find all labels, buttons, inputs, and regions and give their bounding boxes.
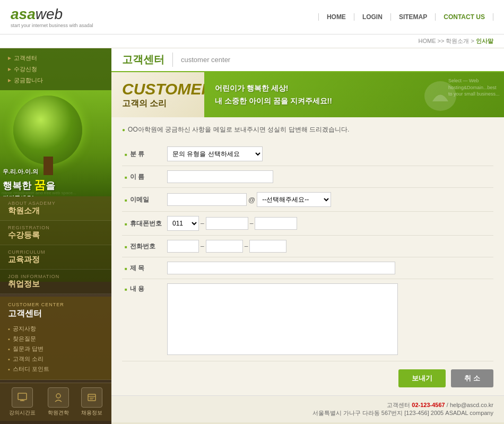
phone-last-input[interactable] xyxy=(249,240,286,253)
subject-label: 제 목 xyxy=(122,257,164,279)
sidebar: 고객센터 수강신청 궁금합니다 우.리.아.이.의 행복한 꿈을 지켜주세요! … xyxy=(0,48,111,424)
phone-group: – – xyxy=(167,240,491,253)
phone-sep3: – xyxy=(201,243,204,250)
breadcrumb-home[interactable]: HOME xyxy=(418,38,436,44)
phone-sep2: – xyxy=(250,220,254,227)
sidebar-curr-title[interactable]: 교육과정 xyxy=(8,255,103,265)
banner-line1: 어린이가 행복한 세상! xyxy=(215,82,332,95)
footer-email: help@ascd.co.kr xyxy=(450,402,493,408)
name-input[interactable] xyxy=(167,170,273,183)
sidebar-reg-title[interactable]: 수강등록 xyxy=(8,230,103,240)
page-title: 고객센터 xyxy=(122,53,173,67)
svg-rect-0 xyxy=(18,393,27,400)
cancel-button[interactable]: 취 소 xyxy=(451,369,493,387)
content-label: 내 용 xyxy=(122,279,164,361)
nav-sitemap[interactable]: SITEMAP xyxy=(391,13,436,21)
banner-title: CUSTOMER xyxy=(122,80,194,98)
sidebar-customer-title[interactable]: 고객센터 xyxy=(8,308,103,319)
sidebar-menu-notice[interactable]: 공지사항 xyxy=(8,324,103,334)
mobile-row: 휴대폰번호 011 016 017 018 019 – xyxy=(122,212,493,236)
name-label: 이 름 xyxy=(122,166,164,188)
decorative-banner: 우.리.아.이.의 행복한 꿈을 지켜주세요! name registratio… xyxy=(0,90,111,196)
mobile-mid-input[interactable] xyxy=(206,217,248,230)
sidebar-reg-label: REGISTRATION xyxy=(8,225,103,230)
form-area: OO아학원에 궁금하신 사항을 메일로 보내주시면 성실히 답변해 드리겠습니다… xyxy=(111,117,504,395)
email-local-input[interactable] xyxy=(167,193,247,206)
watermark: name registration and free web space... xyxy=(2,191,76,195)
sidebar-reg-section: REGISTRATION 수강등록 xyxy=(0,221,111,245)
slogan-line1: 우.리.아.이.의 xyxy=(3,167,55,176)
sidebar-about-section: ABOUT ASADEMY 학원소개 xyxy=(0,196,111,221)
svg-rect-4 xyxy=(88,394,95,401)
footer-info: 고객센터 02-123-4567 / help@ascd.co.kr 서울특별시… xyxy=(111,395,504,422)
sidebar-item-registration[interactable]: 수강신청 xyxy=(8,64,103,75)
mobile-group: 011 016 017 018 019 – – xyxy=(167,216,491,231)
content-textarea[interactable] xyxy=(167,283,398,355)
svg-point-3 xyxy=(56,394,60,398)
subject-input[interactable] xyxy=(167,262,395,274)
sidebar-job-title[interactable]: 취업정보 xyxy=(8,279,103,289)
sidebar-curr-label: CURRICULUM xyxy=(8,249,103,255)
email-row: 이메일 @ --선택해주세요-- xyxy=(122,188,493,212)
quick-visit[interactable]: 학원견학 xyxy=(48,387,69,417)
mobile-label: 휴대폰번호 xyxy=(122,212,164,236)
phone-sep4: – xyxy=(245,243,248,250)
submit-button[interactable]: 보내기 xyxy=(398,369,446,387)
recruit-icon xyxy=(81,387,102,408)
type-select[interactable]: 문의 유형을 선택하세요 xyxy=(167,146,263,161)
logo-subtitle: start your internet business with asadal xyxy=(11,23,93,28)
contact-form: 분 류 문의 유형을 선택하세요 이 름 이메일 xyxy=(122,142,493,361)
visit-icon xyxy=(48,387,69,408)
sidebar-customer-label: CUSTOMER CENTER xyxy=(8,302,103,307)
lecture-icon xyxy=(12,387,33,408)
sidebar-menu-voice[interactable]: 고객의 소리 xyxy=(8,354,103,364)
button-row: 보내기 취 소 xyxy=(122,369,493,387)
page-header: 고객센터 customer center xyxy=(111,48,504,72)
sidebar-menu-faq[interactable]: 찾은질문 xyxy=(8,334,103,344)
name-row: 이 름 xyxy=(122,166,493,188)
phone-sep1: – xyxy=(201,220,204,227)
mobile-area-select[interactable]: 011 016 017 018 019 xyxy=(167,216,199,231)
page-subtitle: customer center xyxy=(181,56,230,64)
sidebar-item-faq[interactable]: 궁금합니다 xyxy=(8,75,103,86)
footer-contact: 고객센터 02-123-4567 / help@ascd.co.kr xyxy=(122,401,493,409)
phone-label: 전화번호 xyxy=(122,236,164,257)
breadcrumb: HOME >> 학원소개 > 인사말 xyxy=(0,34,504,48)
banner: CUSTOMER 고객의 소리 어린이가 행복한 세상! 내 소중한 아이의 꿈… xyxy=(111,72,504,117)
content-row: 내 용 xyxy=(122,279,493,361)
email-domain-select[interactable]: --선택해주세요-- xyxy=(257,192,331,207)
breadcrumb-section[interactable]: 학원소개 xyxy=(446,38,469,44)
sidebar-job-label: JOB INFORMATION xyxy=(8,274,103,279)
logo: asaweb start your internet business with… xyxy=(11,6,93,28)
quick-visit-label: 학원견학 xyxy=(48,409,69,417)
nav-home[interactable]: HOME xyxy=(318,13,354,21)
phone-mid-input[interactable] xyxy=(206,240,243,253)
banner-side-text: Select — Web hosting&Domain...best to yo… xyxy=(448,77,501,98)
email-group: @ --선택해주세요-- xyxy=(167,192,491,207)
sidebar-menu-qna[interactable]: 질문과 답변 xyxy=(8,344,103,354)
sidebar-item-customer[interactable]: 고객센터 xyxy=(8,53,103,64)
banner-left: CUSTOMER 고객의 소리 xyxy=(111,72,204,117)
email-label: 이메일 xyxy=(122,188,164,212)
subject-row: 제 목 xyxy=(122,257,493,279)
quick-lecture-label: 강의시간표 xyxy=(9,409,36,417)
footer-support-label: 고객센터 xyxy=(387,402,410,408)
breadcrumb-current: 인사말 xyxy=(476,38,493,44)
main-content: 고객센터 customer center CUSTOMER 고객의 소리 어린이… xyxy=(111,48,504,424)
sidebar-menu-study[interactable]: 스터디 포인트 xyxy=(8,364,103,374)
quick-recruit[interactable]: 채용정보 xyxy=(81,387,102,417)
quick-nav: 강의시간표 학원견학 채용정보 xyxy=(0,383,111,421)
top-navigation: asaweb start your internet business with… xyxy=(0,0,504,34)
sidebar-about-title[interactable]: 학원소개 xyxy=(8,206,103,216)
sidebar-curr-section: CURRICULUM 교육과정 xyxy=(0,245,111,270)
banner-text: 어린이가 행복한 세상! 내 소중한 아이의 꿈을 지켜주세요!! xyxy=(215,82,332,108)
sidebar-job-section: JOB INFORMATION 취업정보 xyxy=(0,270,111,294)
phone-area-input[interactable] xyxy=(167,240,199,253)
main-layout: 고객센터 수강신청 궁금합니다 우.리.아.이.의 행복한 꿈을 지켜주세요! … xyxy=(0,48,504,424)
mobile-last-input[interactable] xyxy=(255,217,297,230)
logo-text: asaweb xyxy=(11,6,63,22)
nav-login[interactable]: LOGIN xyxy=(354,13,391,21)
quick-lecture[interactable]: 강의시간표 xyxy=(9,387,36,417)
email-at-symbol: @ xyxy=(248,196,255,204)
nav-contact[interactable]: CONTACT US xyxy=(436,13,493,21)
